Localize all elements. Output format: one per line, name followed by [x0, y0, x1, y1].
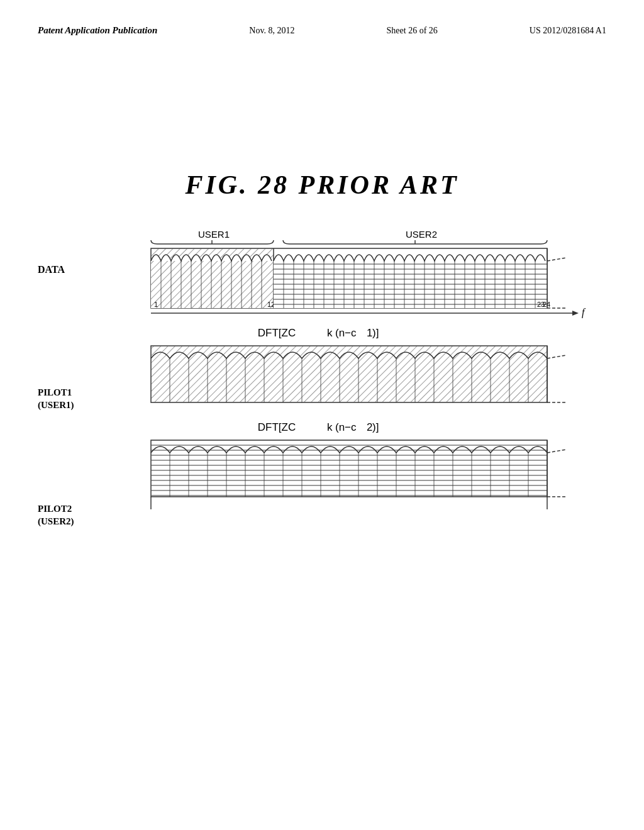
publication-date: Nov. 8, 2012	[249, 26, 294, 36]
dft2-label: DFT[ZC	[258, 421, 296, 433]
figure-title: FIG. 28 PRIOR ART	[0, 170, 644, 200]
user2-label: USER2	[406, 229, 437, 240]
svg-marker-58	[572, 311, 579, 316]
publication-title: Patent Application Publication	[38, 25, 157, 36]
svg-text:k: k	[327, 421, 333, 433]
svg-text:(n−c: (n−c	[335, 327, 357, 339]
patent-number: US 2012/0281684 A1	[530, 26, 606, 36]
svg-text:f: f	[582, 307, 586, 318]
svg-rect-96	[151, 440, 547, 497]
svg-rect-8	[151, 261, 274, 308]
svg-text:k: k	[327, 327, 333, 339]
svg-text:)]: )]	[372, 421, 379, 433]
sheet-info: Sheet 26 of 26	[387, 26, 438, 36]
svg-text:(n−c: (n−c	[335, 421, 357, 433]
diagram-container: DATA PILOT1(USER1) PILOT2(USER2) USER1 U…	[38, 226, 606, 591]
svg-line-55	[547, 258, 566, 261]
pilot2-label: PILOT2(USER2)	[38, 503, 74, 528]
data-label: DATA	[38, 264, 65, 275]
user1-label: USER1	[198, 229, 230, 240]
svg-rect-25	[274, 261, 547, 308]
dft1-label: DFT[ZC	[258, 327, 296, 339]
pilot1-label: PILOT1(USER1)	[38, 387, 74, 411]
svg-text:24: 24	[543, 301, 550, 308]
svg-line-118	[547, 450, 566, 453]
page-header: Patent Application Publication Nov. 8, 2…	[38, 25, 606, 36]
svg-line-88	[547, 355, 566, 358]
svg-text:)]: )]	[372, 327, 379, 339]
svg-rect-66	[151, 346, 547, 402]
diagram-svg: USER1 USER2	[88, 226, 616, 591]
svg-text:1: 1	[154, 301, 158, 308]
